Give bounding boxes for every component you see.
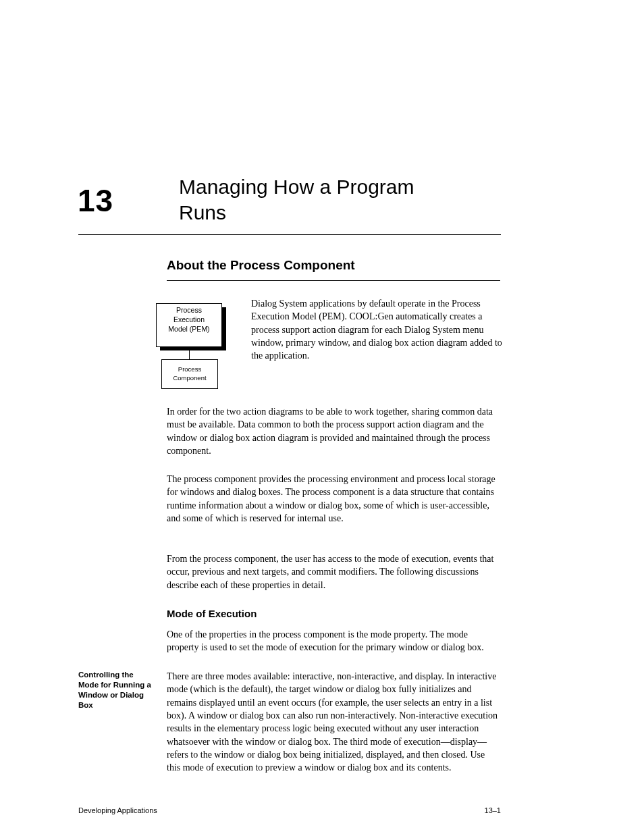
diagram-parent-line2: Execution xyxy=(173,315,205,323)
diagram-paragraph: Dialog System applications by default op… xyxy=(251,297,504,363)
chapter-number: 13 xyxy=(78,182,113,219)
margin-note: Controlling the Mode for Running a Windo… xyxy=(78,670,153,710)
mode-paragraph-1: One of the properties in the process com… xyxy=(167,628,500,654)
body-paragraph-2: The process component provides the proce… xyxy=(167,473,500,525)
diagram-child-label: Process Component xyxy=(161,365,218,383)
section-divider xyxy=(167,280,500,281)
mode-paragraph-2: There are three modes available: interac… xyxy=(167,670,500,775)
footer-left: Developing Applications xyxy=(78,806,157,814)
body-paragraph-3: From the process component, the user has… xyxy=(167,552,500,592)
diagram-child-line1: Process xyxy=(178,365,201,373)
diagram-child-line2: Component xyxy=(173,374,206,382)
footer-right: 13–1 xyxy=(485,806,501,814)
body-paragraph-1: In order for the two action diagrams to … xyxy=(167,405,500,457)
chapter-title-line2: Runs xyxy=(179,201,226,224)
diagram-parent-line1: Process xyxy=(176,306,202,314)
diagram-connector xyxy=(189,347,190,359)
section-heading: About the Process Component xyxy=(167,258,355,273)
diagram-parent-label: Process Execution Model (PEM) xyxy=(156,305,222,334)
chapter-title-line1: Managing How a Program xyxy=(179,176,414,199)
chapter-divider xyxy=(78,234,501,235)
diagram-parent-line3: Model (PEM) xyxy=(168,325,209,333)
subsection-heading-mode: Mode of Execution xyxy=(167,608,257,619)
